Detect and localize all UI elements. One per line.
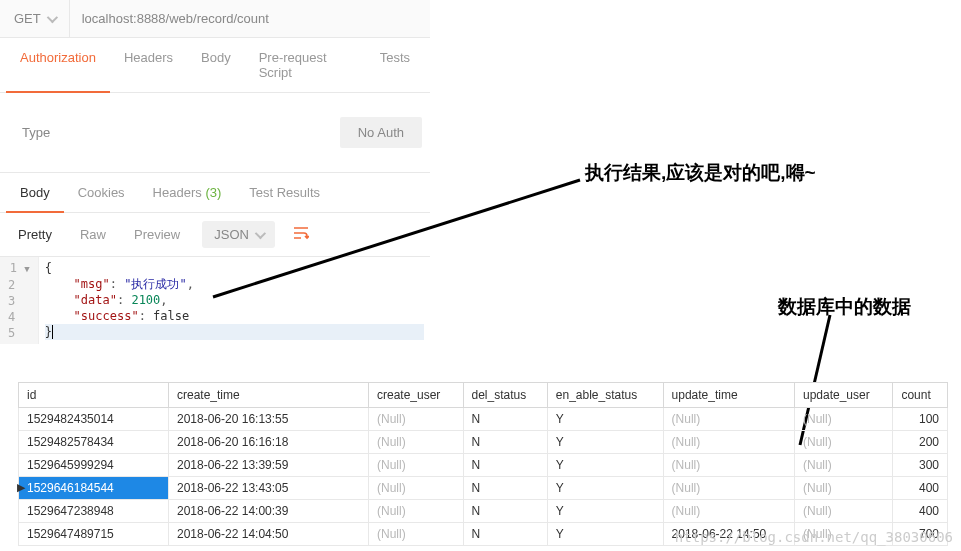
tab-tests[interactable]: Tests [366, 38, 424, 92]
chevron-down-icon [46, 11, 57, 22]
wrap-button[interactable] [287, 222, 315, 247]
table-row[interactable]: 1529645999294 2018-06-22 13:39:59 (Null)… [19, 454, 948, 477]
restab-body[interactable]: Body [6, 173, 64, 212]
tab-headers[interactable]: Headers [110, 38, 187, 92]
format-label: JSON [214, 227, 249, 242]
annotation-result: 执行结果,应该是对的吧,嘚~ [585, 160, 816, 186]
tab-authorization[interactable]: Authorization [6, 38, 110, 92]
auth-row: Type No Auth [0, 93, 430, 173]
method-label: GET [14, 11, 41, 26]
response-body[interactable]: 1 ▼ 2 3 4 5 { "msg": "执行成功", "data": 210… [0, 257, 430, 344]
table-row[interactable]: 1529482578434 2018-06-20 16:16:18 (Null)… [19, 431, 948, 454]
table-header-row: id create_time create_user del_status en… [19, 383, 948, 408]
format-select[interactable]: JSON [202, 221, 275, 248]
view-preview[interactable]: Preview [122, 221, 192, 248]
line-gutter: 1 ▼ 2 3 4 5 [0, 257, 39, 344]
watermark: https://blog.csdn.net/qq_38030606 [675, 529, 953, 545]
code-content: { "msg": "执行成功", "data": 2100, "success"… [39, 257, 430, 344]
col-create-user[interactable]: create_user [369, 383, 464, 408]
headers-count: (3) [205, 185, 221, 200]
col-update-time[interactable]: update_time [663, 383, 794, 408]
view-pretty[interactable]: Pretty [6, 221, 64, 248]
col-id[interactable]: id [19, 383, 169, 408]
view-row: Pretty Raw Preview JSON [0, 213, 430, 257]
chevron-down-icon [255, 227, 266, 238]
request-tabs: Authorization Headers Body Pre-request S… [0, 38, 430, 93]
response-tabs: Body Cookies Headers (3) Test Results [0, 173, 430, 213]
view-raw[interactable]: Raw [68, 221, 118, 248]
restab-headers[interactable]: Headers (3) [139, 173, 236, 212]
col-del-status[interactable]: del_status [463, 383, 547, 408]
tab-body[interactable]: Body [187, 38, 245, 92]
restab-headers-label: Headers [153, 185, 202, 200]
table-row[interactable]: ▶1529646184544 2018-06-22 13:43:05 (Null… [19, 477, 948, 500]
restab-cookies[interactable]: Cookies [64, 173, 139, 212]
col-enable-status[interactable]: en_able_status [547, 383, 663, 408]
col-update-user[interactable]: update_user [794, 383, 892, 408]
restab-testresults[interactable]: Test Results [235, 173, 334, 212]
col-create-time[interactable]: create_time [169, 383, 369, 408]
tab-prerequest[interactable]: Pre-request Script [245, 38, 366, 92]
url-bar: GET localhost:8888/web/record/count [0, 0, 430, 38]
col-count[interactable]: count [893, 383, 948, 408]
auth-type-label: Type [22, 125, 50, 140]
table-row[interactable]: 1529482435014 2018-06-20 16:13:55 (Null)… [19, 408, 948, 431]
table-row[interactable]: 1529647238948 2018-06-22 14:00:39 (Null)… [19, 500, 948, 523]
wrap-icon [293, 226, 309, 240]
method-select[interactable]: GET [0, 0, 70, 37]
url-input[interactable]: localhost:8888/web/record/count [70, 0, 430, 37]
database-grid: id create_time create_user del_status en… [18, 382, 948, 546]
annotation-db: 数据库中的数据 [778, 294, 911, 320]
postman-panel: GET localhost:8888/web/record/count Auth… [0, 0, 430, 344]
db-table[interactable]: id create_time create_user del_status en… [18, 382, 948, 546]
auth-dropdown[interactable]: No Auth [340, 117, 422, 148]
